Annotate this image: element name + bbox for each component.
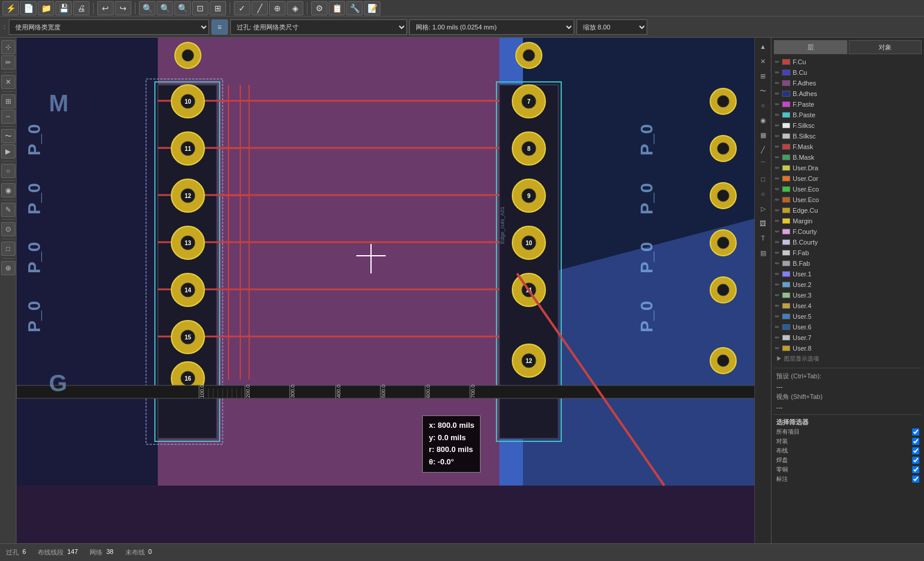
layer-row-22[interactable]: ✏ User.3	[774, 290, 922, 301]
layer-row-18[interactable]: ✏ F.Fab	[774, 248, 922, 258]
left-btn-script[interactable]: ◉	[1, 183, 15, 197]
toolbar-btn-save[interactable]: 💾	[55, 1, 72, 15]
layer-row-5[interactable]: ✏ B.Paste	[774, 110, 922, 120]
filter-check-5[interactable]	[912, 476, 919, 483]
layer-row-14[interactable]: ✏ Edge.Cu	[774, 205, 922, 216]
rt-btn-line[interactable]: ╱	[757, 143, 770, 156]
toolbar-btn-new[interactable]: 📄	[20, 1, 37, 15]
svg-text:11: 11	[184, 146, 191, 152]
view-row: 视角 (Shift+Tab)	[774, 391, 922, 402]
toolbar-btn-net[interactable]: ⊕	[269, 1, 286, 15]
layer-row-11[interactable]: ✏ User.Cor	[774, 173, 922, 184]
rt-btn-cursor[interactable]: ▲	[757, 40, 770, 53]
toolbar-btn-3d[interactable]: ◈	[287, 1, 303, 15]
rt-btn-wave[interactable]: 〜	[757, 84, 770, 97]
toolbar-btn-logo[interactable]: ⚡	[2, 1, 19, 15]
rt-btn-image[interactable]: 🖼	[757, 217, 770, 230]
left-btn-pointer[interactable]: ⊹	[1, 40, 15, 54]
layer-row-9[interactable]: ✏ B.Mask	[774, 152, 922, 163]
filter-check-0[interactable]	[912, 428, 919, 435]
via-label: 过孔	[6, 548, 19, 557]
rt-btn-text[interactable]: T	[757, 232, 770, 245]
rt-btn-rect[interactable]: □	[757, 173, 770, 186]
toolbar-btn-scripting[interactable]: 📝	[364, 1, 380, 15]
filter-check-4[interactable]	[912, 466, 919, 473]
toolbar-btn-zoom-in[interactable]: 🔍	[174, 1, 191, 15]
layer-row-16[interactable]: ✏ F.Courty	[774, 226, 922, 237]
via-select[interactable]: 过孔: 使用网络类尺寸	[230, 19, 407, 35]
left-btn-pad[interactable]: □	[1, 242, 15, 256]
toolbar-btn-undo[interactable]: ↩	[97, 1, 114, 15]
layer-row-2[interactable]: ✏ F.Adhes	[774, 78, 922, 88]
left-btn-cross[interactable]: ✕	[1, 75, 15, 89]
left-btn-circle[interactable]: ○	[1, 164, 15, 178]
layer-row-23[interactable]: ✏ User.4	[774, 301, 922, 311]
show-all-layers[interactable]: ▶ 图层显示选项	[774, 354, 922, 364]
rt-btn-cross[interactable]: ✕	[757, 55, 770, 68]
filter-check-1[interactable]	[912, 438, 919, 445]
layer-row-27[interactable]: ✏ User.8	[774, 343, 922, 354]
toolbar-btn-zoom-out[interactable]: 🔍	[157, 1, 173, 15]
toolbar-btn-drc[interactable]: ✓	[234, 1, 250, 15]
layer-row-17[interactable]: ✏ B.Courty	[774, 237, 922, 248]
layer-pencil-0: ✏	[775, 59, 780, 65]
left-btn-connect[interactable]: ⊕	[1, 261, 15, 275]
left-btn-edit[interactable]: ✏	[1, 55, 15, 70]
rt-btn-table[interactable]: ▤	[757, 246, 770, 259]
left-btn-cursor[interactable]: ⊙	[1, 222, 15, 236]
toolbar-btn-route-single[interactable]: ╱	[251, 1, 268, 15]
rt-btn-send[interactable]: ▷	[757, 202, 770, 215]
layer-row-10[interactable]: ✏ User.Dra	[774, 163, 922, 173]
left-btn-track[interactable]: ╌	[1, 110, 15, 124]
layer-row-12[interactable]: ✏ User.Eco	[774, 184, 922, 194]
rt-btn-via[interactable]: ⊞	[757, 70, 770, 82]
route-icon-btn[interactable]: ≡	[211, 19, 228, 35]
tab-objects[interactable]: 对象	[849, 40, 922, 54]
grid-select[interactable]: 网格: 1.00 mils (0.0254 mm)	[409, 19, 574, 35]
rt-btn-net[interactable]: ◉	[757, 114, 770, 127]
toolbar-btn-print[interactable]: 🖨	[73, 1, 90, 15]
filter-check-2[interactable]	[912, 447, 919, 454]
layer-row-21[interactable]: ✏ User.2	[774, 279, 922, 290]
layer-row-15[interactable]: ✏ Margin	[774, 216, 922, 226]
rt-btn-arc[interactable]: ⌒	[757, 158, 770, 171]
layer-row-4[interactable]: ✏ F.Paste	[774, 99, 922, 110]
layer-row-6[interactable]: ✏ F.Silksc	[774, 120, 922, 131]
layer-row-26[interactable]: ✏ User.7	[774, 332, 922, 343]
left-btn-wave[interactable]: 〜	[1, 129, 15, 143]
toolbar-btn-find[interactable]: 🔍	[139, 1, 155, 15]
svg-text:P_0: P_0	[24, 301, 44, 332]
toolbar-btn-zoom-fit[interactable]: ⊡	[192, 1, 208, 15]
rt-btn-circle2[interactable]: ○	[757, 187, 770, 200]
toolbar-btn-tools[interactable]: 🔧	[346, 1, 363, 15]
layer-row-7[interactable]: ✏ B.Silksc	[774, 131, 922, 141]
left-btn-via[interactable]: ⊞	[1, 94, 15, 108]
rt-btn-fill[interactable]: ▦	[757, 128, 770, 141]
toolbar-btn-open[interactable]: 📁	[38, 1, 54, 15]
left-btn-triangle[interactable]: ▶	[1, 144, 15, 159]
route-width-select[interactable]: 使用网络类宽度	[9, 19, 209, 35]
layer-row-1[interactable]: ✏ B.Cu	[774, 67, 922, 78]
layer-row-8[interactable]: ✏ F.Mask	[774, 141, 922, 152]
filter-check-3[interactable]	[912, 457, 919, 464]
pcb-canvas[interactable]: 10 11 12 13 14 15	[16, 38, 754, 543]
right-panel: 层 对象 ✏ F.Cu ✏ B.Cu ✏ F.Adhes ✏ B.Adhes ✏…	[771, 38, 924, 543]
zoom-select[interactable]: 缩放 8.00	[577, 19, 647, 35]
filter-list: 所有项目 对装 布线 焊盘 零铜 标注	[774, 427, 922, 484]
layer-pencil-15: ✏	[775, 218, 780, 224]
layer-row-20[interactable]: ✏ User.1	[774, 269, 922, 279]
layer-row-13[interactable]: ✏ User.Eco	[774, 194, 922, 205]
layer-row-3[interactable]: ✏ B.Adhes	[774, 88, 922, 99]
rt-btn-dot[interactable]: ○	[757, 99, 770, 112]
toolbar-btn-setup[interactable]: ⚙	[311, 1, 327, 15]
layer-row-24[interactable]: ✏ User.5	[774, 311, 922, 322]
layer-row-0[interactable]: ✏ F.Cu	[774, 57, 922, 67]
layer-row-25[interactable]: ✏ User.6	[774, 322, 922, 332]
svg-text:300.0: 300.0	[290, 385, 296, 398]
left-btn-draw[interactable]: ✎	[1, 203, 15, 217]
toolbar-btn-redo[interactable]: ↪	[115, 1, 131, 15]
toolbar-btn-rules[interactable]: 📋	[329, 1, 345, 15]
toolbar-btn-zoom-sel[interactable]: ⊞	[210, 1, 226, 15]
layer-row-19[interactable]: ✏ B.Fab	[774, 258, 922, 269]
tab-layers[interactable]: 层	[774, 40, 847, 54]
